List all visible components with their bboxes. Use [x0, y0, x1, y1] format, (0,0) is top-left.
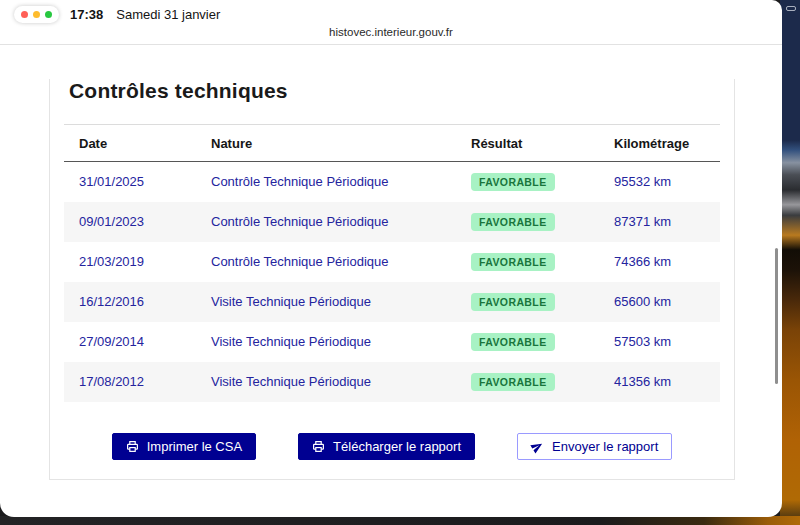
clock-time: 17:38 — [70, 7, 103, 22]
favorable-badge: FAVORABLE — [471, 253, 555, 271]
window-controls — [14, 6, 59, 23]
cell-nature: Contrôle Technique Périodique — [196, 242, 456, 282]
browser-chrome: 17:38 Samedi 31 janvier histovec.interie… — [0, 0, 782, 45]
cell-nature: Contrôle Technique Périodique — [196, 162, 456, 202]
cell-resultat: FAVORABLE — [456, 202, 599, 242]
favorable-badge: FAVORABLE — [471, 373, 555, 391]
table-row: 27/09/2014 Visite Technique Périodique F… — [64, 322, 720, 362]
favorable-badge: FAVORABLE — [471, 293, 555, 311]
browser-window: 17:38 Samedi 31 janvier histovec.interie… — [0, 0, 782, 517]
menu-bar: 17:38 Samedi 31 janvier — [0, 5, 782, 23]
cell-nature: Visite Technique Périodique — [196, 362, 456, 402]
cell-kilometrage: 41356 km — [599, 362, 720, 402]
favorable-badge: FAVORABLE — [471, 333, 555, 351]
minimize-window-button[interactable] — [33, 11, 40, 18]
cell-date: 09/01/2023 — [64, 202, 196, 242]
cell-kilometrage: 87371 km — [599, 202, 720, 242]
column-header-nature: Nature — [196, 125, 456, 162]
zoom-window-button[interactable] — [45, 11, 52, 18]
cell-kilometrage: 95532 km — [599, 162, 720, 202]
page-title: Contrôles techniques — [69, 79, 734, 103]
desktop-wallpaper-strip — [780, 0, 800, 525]
cell-resultat: FAVORABLE — [456, 322, 599, 362]
column-header-date: Date — [64, 125, 196, 162]
cell-date: 31/01/2025 — [64, 162, 196, 202]
cell-resultat: FAVORABLE — [456, 242, 599, 282]
inspections-table-wrap: Date Nature Résultat Kilométrage 31/01/2… — [64, 124, 720, 402]
print-csa-button[interactable]: Imprimer le CSA — [112, 433, 256, 460]
actions-bar: Imprimer le CSA Télécharger le rapport — [50, 433, 734, 460]
address-bar[interactable]: histovec.interieur.gouv.fr — [0, 23, 782, 44]
table-row: 16/12/2016 Visite Technique Périodique F… — [64, 282, 720, 322]
download-report-button[interactable]: Télécharger le rapport — [298, 433, 475, 460]
column-header-kilometrage: Kilométrage — [599, 125, 720, 162]
cell-kilometrage: 74366 km — [599, 242, 720, 282]
inspections-table: Date Nature Résultat Kilométrage 31/01/2… — [64, 124, 720, 402]
cell-date: 27/09/2014 — [64, 322, 196, 362]
vertical-scrollbar-thumb[interactable] — [775, 248, 778, 384]
send-plane-icon — [529, 437, 547, 455]
table-row: 09/01/2023 Contrôle Technique Périodique… — [64, 202, 720, 242]
desktop-wallpaper-bottom — [0, 516, 800, 525]
printer-icon — [312, 440, 325, 453]
cell-date: 21/03/2019 — [64, 242, 196, 282]
cell-kilometrage: 57503 km — [599, 322, 720, 362]
send-report-label: Envoyer le rapport — [552, 439, 658, 454]
send-report-button[interactable]: Envoyer le rapport — [517, 433, 672, 460]
printer-icon — [126, 440, 139, 453]
cell-resultat: FAVORABLE — [456, 362, 599, 402]
cell-kilometrage: 65600 km — [599, 282, 720, 322]
favorable-badge: FAVORABLE — [471, 173, 555, 191]
close-window-button[interactable] — [21, 11, 28, 18]
table-header-row: Date Nature Résultat Kilométrage — [64, 125, 720, 162]
favorable-badge: FAVORABLE — [471, 213, 555, 231]
cell-resultat: FAVORABLE — [456, 282, 599, 322]
cell-nature: Visite Technique Périodique — [196, 322, 456, 362]
download-report-label: Télécharger le rapport — [333, 439, 461, 454]
cell-date: 17/08/2012 — [64, 362, 196, 402]
cell-nature: Visite Technique Périodique — [196, 282, 456, 322]
table-body: 31/01/2025 Contrôle Technique Périodique… — [64, 162, 720, 402]
controles-techniques-card: Contrôles techniques Date Nature Résulta… — [49, 79, 735, 480]
table-row: 31/01/2025 Contrôle Technique Périodique… — [64, 162, 720, 202]
table-row: 21/03/2019 Contrôle Technique Périodique… — [64, 242, 720, 282]
cell-date: 16/12/2016 — [64, 282, 196, 322]
cell-nature: Contrôle Technique Périodique — [196, 202, 456, 242]
table-row: 17/08/2012 Visite Technique Périodique F… — [64, 362, 720, 402]
print-csa-label: Imprimer le CSA — [147, 439, 242, 454]
column-header-resultat: Résultat — [456, 125, 599, 162]
clock-date: Samedi 31 janvier — [116, 7, 220, 22]
battery-icon — [786, 6, 796, 11]
cell-resultat: FAVORABLE — [456, 162, 599, 202]
